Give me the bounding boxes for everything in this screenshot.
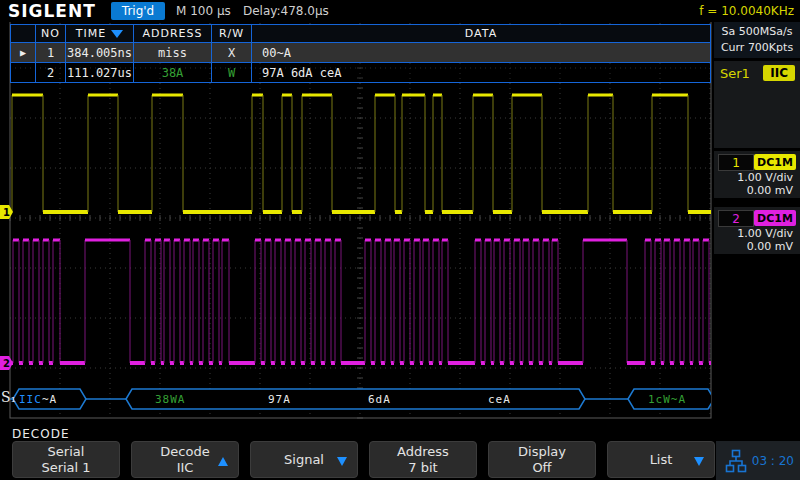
channel2-offset: 0.00 mV — [747, 240, 793, 253]
channel2-info-box[interactable]: 2 DC1M 1.00 V/div 0.00 mV — [714, 207, 800, 254]
channel1-coupling-badge: DC1M — [754, 154, 796, 170]
cell-data: 00~A — [252, 43, 710, 62]
top-status-bar: SIGLENT Trig'd M 100 µs Delay:478.0µs f … — [0, 0, 800, 22]
trigger-status-badge[interactable]: Trig'd — [111, 2, 165, 20]
cell-rw: X — [212, 43, 252, 62]
channel2-number-badge: 2 — [718, 210, 754, 227]
channel1-offset: 0.00 mV — [747, 184, 793, 197]
cell-address: 38A — [134, 63, 212, 82]
protocol-badge: IIC — [763, 65, 795, 81]
cell-rw: W — [212, 63, 252, 82]
table-row[interactable]: 2 111.027us 38A W 97A 6dA ceA — [11, 63, 710, 82]
serial-slot-label: Ser1 — [720, 66, 750, 81]
channel2-scale: 1.00 V/div — [737, 227, 793, 240]
cell-no: 1 — [36, 43, 66, 62]
svg-text:ceA: ceA — [488, 393, 511, 406]
svg-text:38WA: 38WA — [155, 393, 186, 406]
menu-title: DECODE — [12, 427, 69, 441]
menu-button-display[interactable]: Display Off — [488, 441, 596, 478]
channel1-number-badge: 1 — [718, 154, 754, 171]
clock-readout: 03 : 20 — [752, 454, 794, 468]
oscilloscope-screen: IIC~A38WA97A6dAceA1cW~A SIGLENT Trig'd M… — [0, 0, 800, 480]
table-header-no[interactable]: NO — [36, 25, 66, 42]
cell-time: 384.005ns — [66, 43, 134, 62]
serial-decode-box[interactable]: Ser1 IIC — [714, 61, 800, 148]
svg-text:1cW~A: 1cW~A — [648, 393, 686, 406]
arrow-down-icon — [337, 457, 347, 466]
arrow-up-icon — [218, 457, 228, 466]
svg-text:6dA: 6dA — [368, 393, 391, 406]
current-row-indicator: ▶ — [11, 43, 36, 62]
table-header-time[interactable]: TIME — [66, 25, 134, 42]
menu-button-serial[interactable]: Serial Serial 1 — [12, 441, 120, 478]
arrow-down-icon — [694, 457, 704, 466]
table-header-marker — [11, 25, 36, 42]
sort-descending-icon[interactable] — [111, 30, 123, 38]
table-header-rw[interactable]: R/W — [212, 25, 252, 42]
memory-depth: Curr 700Kpts — [721, 40, 793, 56]
menu-button-decode[interactable]: Decode IIC — [131, 441, 239, 478]
serial-bus-label: S₁ — [1, 389, 16, 405]
brand-logo: SIGLENT — [8, 1, 96, 21]
cell-no: 2 — [36, 63, 66, 82]
svg-text:~A: ~A — [42, 393, 57, 406]
table-header-data[interactable]: DATA — [252, 25, 710, 42]
menu-button-signal[interactable]: Signal — [250, 441, 358, 478]
table-row[interactable]: ▶ 1 384.005ns miss X 00~A — [11, 43, 710, 63]
menu-button-address[interactable]: Address 7 bit — [369, 441, 477, 478]
table-header-address[interactable]: ADDRESS — [134, 25, 212, 42]
cell-data: 97A 6dA ceA — [252, 63, 710, 82]
svg-text:97A: 97A — [268, 393, 291, 406]
menu-button-list[interactable]: List — [607, 441, 715, 478]
frequency-counter: f = 10.0040KHz — [696, 4, 794, 18]
channel2-coupling-badge: DC1M — [754, 210, 796, 226]
acquisition-info-box: Sa 500MSa/s Curr 700Kpts — [714, 22, 800, 58]
table-header-row: NO TIME ADDRESS R/W DATA — [11, 25, 710, 43]
channel1-info-box[interactable]: 1 DC1M 1.00 V/div 0.00 mV — [714, 151, 800, 198]
channel1-scale: 1.00 V/div — [737, 171, 793, 184]
timebase-readout[interactable]: M 100 µs — [176, 4, 231, 18]
cell-address: miss — [134, 43, 212, 62]
decode-event-table[interactable]: NO TIME ADDRESS R/W DATA ▶ 1 384.005ns m… — [10, 24, 711, 83]
trigger-delay-readout[interactable]: Delay:478.0µs — [243, 4, 329, 18]
lan-network-icon[interactable] — [725, 449, 747, 473]
cell-time: 111.027us — [66, 63, 134, 82]
status-corner-panel: 03 : 20 — [716, 441, 800, 480]
sample-rate: Sa 500MSa/s — [722, 24, 793, 40]
row-arrow-icon: ▶ — [20, 47, 26, 58]
svg-text:IIC: IIC — [19, 393, 42, 406]
